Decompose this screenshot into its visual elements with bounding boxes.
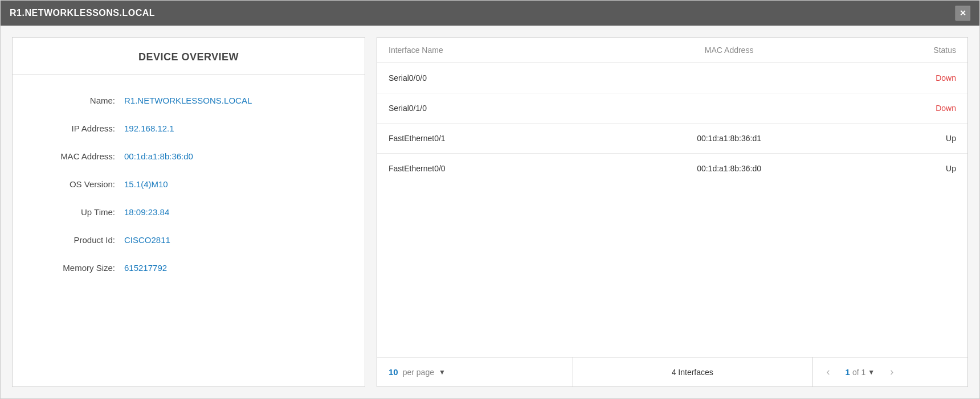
- field-value: 15.1(4)M10: [124, 179, 168, 189]
- field-value: 00:1d:a1:8b:36:d0: [124, 151, 193, 161]
- per-page-dropdown-arrow[interactable]: ▼: [439, 368, 446, 376]
- table-row: FastEthernet0/100:1d:a1:8b:36:d1Up: [377, 124, 967, 154]
- page-dropdown-arrow[interactable]: ▼: [868, 368, 875, 376]
- total-interfaces: 4 Interfaces: [573, 357, 812, 386]
- content-area: DEVICE OVERVIEW Name:R1.NETWORKLESSONS.L…: [1, 26, 979, 398]
- field-row: Product Id:CISCO2811: [35, 226, 342, 254]
- field-row: MAC Address:00:1d:a1:8b:36:d0: [35, 142, 342, 170]
- table-body: Serial0/0/0DownSerial0/1/0DownFastEthern…: [377, 63, 967, 357]
- row-interface-name: Serial0/0/0: [389, 73, 615, 83]
- field-row: OS Version:15.1(4)M10: [35, 170, 342, 198]
- page-of-label: of 1: [852, 368, 865, 377]
- row-interface-name: FastEthernet0/1: [389, 134, 615, 143]
- row-status: Down: [843, 104, 956, 113]
- field-label: IP Address:: [35, 124, 115, 133]
- nav-section: ‹ 1 of 1 ▼ ›: [812, 357, 967, 386]
- field-value: CISCO2811: [124, 235, 170, 245]
- field-label: MAC Address:: [35, 151, 115, 161]
- field-row: Name:R1.NETWORKLESSONS.LOCAL: [35, 87, 342, 114]
- device-overview-panel: DEVICE OVERVIEW Name:R1.NETWORKLESSONS.L…: [12, 37, 365, 387]
- field-label: OS Version:: [35, 179, 115, 189]
- close-icon: ✕: [959, 9, 966, 18]
- row-status: Down: [843, 73, 956, 83]
- table-row: FastEthernet0/000:1d:a1:8b:36:d0Up: [377, 154, 967, 183]
- row-mac-address: 00:1d:a1:8b:36:d1: [615, 134, 842, 143]
- window-title: R1.NETWORKLESSONS.LOCAL: [10, 8, 155, 18]
- row-status: Up: [843, 134, 956, 143]
- row-interface-name: Serial0/1/0: [389, 104, 615, 113]
- field-row: Up Time:18:09:23.84: [35, 198, 342, 226]
- col-header-mac-address: MAC Address: [615, 46, 842, 55]
- per-page-label: per page: [403, 368, 434, 377]
- field-label: Up Time:: [35, 207, 115, 217]
- prev-page-button[interactable]: ‹: [818, 362, 839, 382]
- overview-fields: Name:R1.NETWORKLESSONS.LOCALIP Address:1…: [13, 75, 365, 293]
- field-value: 615217792: [124, 263, 167, 273]
- field-row: IP Address:192.168.12.1: [35, 114, 342, 142]
- col-header-interface-name: Interface Name: [389, 46, 615, 55]
- main-window: R1.NETWORKLESSONS.LOCAL ✕ DEVICE OVERVIE…: [0, 0, 980, 399]
- device-overview-heading: DEVICE OVERVIEW: [13, 38, 365, 75]
- title-bar: R1.NETWORKLESSONS.LOCAL ✕: [1, 1, 979, 26]
- row-interface-name: FastEthernet0/0: [389, 164, 615, 173]
- table-row: Serial0/0/0Down: [377, 63, 967, 93]
- field-label: Product Id:: [35, 235, 115, 245]
- next-page-button[interactable]: ›: [881, 362, 902, 382]
- row-status: Up: [843, 164, 956, 173]
- field-label: Memory Size:: [35, 263, 115, 273]
- pagination-footer: 10 per page ▼ 4 Interfaces ‹ 1 of 1 ▼ ›: [377, 357, 967, 386]
- table-header: Interface Name MAC Address Status: [377, 38, 967, 63]
- page-indicator: 1 of 1 ▼: [841, 367, 880, 377]
- col-header-status: Status: [843, 46, 956, 55]
- field-value: 192.168.12.1: [124, 124, 174, 133]
- field-label: Name:: [35, 96, 115, 105]
- per-page-section: 10 per page ▼: [377, 357, 573, 386]
- field-value: 18:09:23.84: [124, 207, 169, 217]
- current-page: 1: [846, 367, 850, 377]
- row-mac-address: 00:1d:a1:8b:36:d0: [615, 164, 842, 173]
- interface-table-panel: Interface Name MAC Address Status Serial…: [377, 37, 968, 387]
- per-page-number: 10: [389, 367, 398, 377]
- table-row: Serial0/1/0Down: [377, 93, 967, 124]
- field-value: R1.NETWORKLESSONS.LOCAL: [124, 96, 252, 105]
- close-button[interactable]: ✕: [956, 6, 970, 20]
- field-row: Memory Size:615217792: [35, 254, 342, 282]
